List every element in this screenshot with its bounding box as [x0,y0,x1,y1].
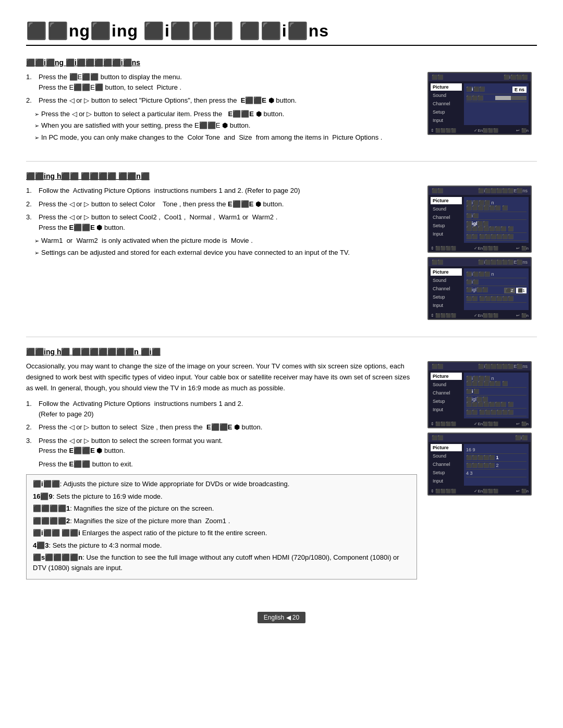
tv-footer-nav: ⇕ ⬛⬛⬛⬛ [431,128,456,133]
tv-footer-enter: ✓En⬛⬛⬛ [474,246,498,251]
tv-option-label: ⬛i⬛⬛⬛ n ⬛⬛⬛⬛⬛⬛ ⬛ [466,376,527,386]
tv-menu-setup: Setup [431,293,462,301]
tv-menu-setup: Setup [431,469,462,476]
step-text: Press the ◁ or ▷ button to select Cool2 … [39,212,417,232]
tv-menu-sound: Sound [431,205,462,213]
tv-menu-area: Picture Sound Channel Setup Input ⬛i⬛⬛⬛ … [429,266,531,312]
tv-footer-return: ↩ ⬛n [516,489,529,493]
tv-footer: ⇕ ⬛⬛⬛⬛ ✓En⬛⬛⬛ ↩ ⬛n [429,421,531,427]
tv-footer-enter: ✓En⬛⬛⬛ [474,489,498,493]
tv-header-right: ⬛i⬛⬛⬛⬛⬛E⬛ns [478,364,528,369]
step-num: 1. [26,72,34,92]
format-option-item: ⬛⬛⬛⬛1: Magnifies the size of the picture… [33,503,410,514]
tv-option-row: 16 9 [466,446,527,454]
tv-menu-picture: Picture [431,83,462,91]
tv-header-left: ⬛⬛ [432,75,443,80]
tv-option-row: ⬛i⬛⬛⬛ n ⬛⬛⬛⬛⬛⬛ ⬛ [466,375,527,388]
format-option-item: ⬛i⬛⬛ ⬛⬛i Enlarges the aspect ratio of th… [33,528,410,538]
format-options-box: ⬛i⬛⬛: Adjusts the picture size to Wide a… [26,474,417,579]
tv-footer: ⇕ ⬛⬛⬛⬛ ✓En⬛⬛⬛ ↩ ⬛n [429,245,531,252]
section2-content: 1. Follow the Activating Picture Options… [26,186,417,320]
section3-title: ⬛⬛ing h⬛ ⬛⬛⬛⬛⬛⬛⬛n ⬛i⬛ [26,348,537,356]
tv-footer-return: ↩ ⬛n [516,246,529,251]
tv-header: ⬛⬛ ⬛i⬛⬛⬛⬛⬛E⬛ns [429,362,531,371]
step-text: Press the ◁ or ▷ button to select Color … [39,199,417,209]
step-num: 2. [26,422,34,433]
tv-option-label: ⬛⬛⬛⬛⬛ 2 [466,463,499,468]
tv-option-bar [495,96,527,100]
section-color-tone: ⬛⬛ing h⬛⬛ ⬛⬛⬛⬛ ⬛⬛n⬛ 1. Follow the Activa… [26,172,537,320]
tv-menu-input: Input [431,302,462,309]
tv-option-row: ⬛⬛⬛ [466,94,527,102]
section1-steps: 1. Press the ⬛E⬛⬛ button to display the … [26,72,417,106]
section2-body: 1. Follow the Activating Picture Options… [26,186,537,320]
tv-menu-right: ⬛i⬛⬛ E ns ⬛⬛⬛ [464,83,529,125]
tv-option-label: ⬛i⬛⬛⬛ n ⬛⬛⬛⬛⬛⬛ ⬛ [466,200,527,211]
section1-body: 1. Press the ⬛E⬛⬛ button to display the … [26,72,537,144]
tv-footer-nav: ⇕ ⬛⬛⬛⬛ [431,246,456,251]
format-option-item: 4⬛3: Sets the picture to 4:3 normal mode… [33,540,410,551]
tv-footer-nav: ⇕ ⬛⬛⬛⬛ [431,489,456,493]
section2-sidebar: ⬛⬛ ⬛i⬛⬛⬛⬛⬛E⬛ns Picture Sound Channel Set… [427,186,537,320]
step-num: 2. [26,95,34,106]
step-text: Press the ◁ or ▷ button to select the sc… [39,436,417,456]
tv-menu-right: ⬛i⬛⬛⬛ n ⬛⬛⬛⬛⬛⬛ ⬛ ⬛i⬛ ⬛igl⬛⬛ ⬛⬛⬛⬛⬛⬛⬛ ⬛ ⬛⬛… [464,197,529,243]
tv-option-row: ⬛i⬛ [466,212,527,220]
footer-area: English ◀ 20 [26,601,537,623]
step-num: 1. [26,399,34,419]
page-title: ⬛⬛ng⬛ing ⬛i⬛⬛⬛ ⬛⬛i⬛ns [26,21,537,46]
section1-notes: Press the ◁ or ▷ button to select a part… [34,109,417,143]
section-divider [26,161,537,162]
section1-content: 1. Press the ⬛E⬛⬛ button to display the … [26,72,417,144]
format-option-label: ⬛i⬛⬛ ⬛⬛i [33,529,80,537]
tv-menu-sound: Sound [431,92,462,99]
tv-header-left: ⬛⬛ [432,260,443,265]
page-footer: English ◀ 20 [258,612,305,623]
section1-title: ⬛⬛i⬛ng ⬛i⬛⬛⬛⬛⬛i⬛ns [26,58,537,67]
tv-header: ⬛⬛ ⬛i⬛ [429,434,531,442]
tv-screenshot-2a: ⬛⬛ ⬛i⬛⬛⬛⬛⬛E⬛ns Picture Sound Channel Set… [427,186,532,253]
tv-menu-channel: Channel [431,389,462,397]
tv-option-label: ⬛igl⬛⬛ ⬛⬛⬛⬛⬛⬛⬛ ⬛ [466,397,527,407]
step-item: 2. Press the ◁ or ▷ button to select Col… [26,199,417,209]
tv-menu-input: Input [431,477,462,485]
tv-header: ⬛⬛ ⬛i⬛⬛⬛⬛⬛E⬛ns [429,258,531,266]
tv-option-row: ⬛i⬛⬛⬛ n [466,270,527,278]
note-item: In PC mode, you can only make changes to… [34,132,417,143]
step-text: Press the ◁ or ▷ button to select Size ,… [39,422,417,433]
tv-option-label: ⬛i⬛ [466,279,479,285]
tv-menu-left: Picture Sound Channel Setup Input [431,444,462,486]
tv-footer-enter: ✓En⬛⬛⬛ [474,313,498,318]
tv-menu-sound: Sound [431,452,462,460]
tv-footer-return: ↩ ⬛n [516,128,529,133]
tv-option-row: ⬛i⬛ [466,388,527,396]
tv-option-row: ⬛igl⬛⬛ ⬛⬛⬛⬛⬛⬛⬛ ⬛ [466,220,527,233]
tv-menu-channel: Channel [431,100,462,107]
tv-menu-left: Picture Sound Channel Setup Input [431,373,462,418]
tv-option-row: 4 3 [466,470,527,477]
tv-header-left: ⬛⬛ [432,435,443,440]
tv-header-left: ⬛⬛ [432,364,443,369]
tv-option-value: E ns [512,87,527,93]
tv-option-row: ⬛i⬛⬛ E ns [466,85,527,94]
tv-option-label: ⬛i⬛ [466,213,479,218]
tv-menu-input: Input [431,117,462,124]
section1-sidebar: ⬛⬛ ⬛i⬛⬛⬛ Picture Sound Channel Setup Inp… [427,72,537,144]
tv-header-left: ⬛⬛ [432,188,443,193]
tv-menu-right: ⬛i⬛⬛⬛ n ⬛i⬛ ⬛igl⬛⬛ ⬛Z ⬛1 [464,268,529,310]
tv-option-row: ⬛i⬛⬛⬛ n ⬛⬛⬛⬛⬛⬛ ⬛ [466,199,527,212]
tv-menu-input: Input [431,230,462,238]
format-option-label: ⬛⬛⬛⬛1 [33,504,70,512]
tv-footer-nav: ⇕ ⬛⬛⬛⬛ [431,313,456,318]
section2-notes: Warm1 or Warm2 is only activated when th… [34,236,417,257]
tv-menu-picture: Picture [431,444,462,451]
tv-option-row: ⬛⬛ ⬛⬛⬛⬛⬛⬛ [466,233,527,241]
section3-steps: 1. Follow the Activating Picture Options… [26,399,417,456]
step-item: 3. Press the ◁ or ▷ button to select Coo… [26,212,417,232]
tv-option-label: ⬛igl⬛⬛ ⬛⬛⬛⬛⬛⬛⬛ ⬛ [466,221,527,231]
section-divider-2 [26,337,537,337]
tv-option-row: ⬛igl⬛⬛ ⬛⬛⬛⬛⬛⬛⬛ ⬛ [466,396,527,409]
tv-menu-sound: Sound [431,277,462,284]
tv-option-label: 4 3 [466,471,473,476]
step-text: Follow the Activating Picture Options in… [39,399,417,419]
